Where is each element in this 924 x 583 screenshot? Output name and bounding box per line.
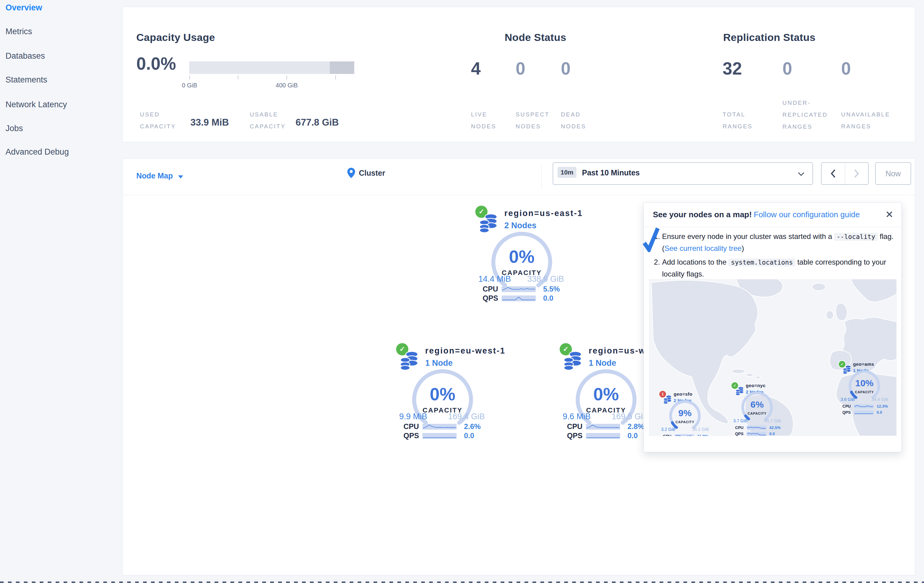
database-stack-icon — [563, 351, 582, 370]
cpu-label: CPU — [403, 422, 422, 431]
cpu-sparkline — [422, 424, 457, 430]
sidebar-item-network-latency[interactable]: Network Latency — [5, 100, 67, 109]
stat-value: 4 — [471, 58, 481, 79]
now-button[interactable]: Now — [875, 162, 911, 185]
stat-label: LIVENODES — [471, 109, 497, 132]
cluster-summary-card: Capacity Usage 0.0% 0 GiB 400 GiB USEDCA… — [122, 7, 915, 142]
locality-tree-link[interactable]: See current locality tree — [665, 244, 741, 252]
cpu-row: CPU42.5% — [735, 425, 780, 430]
time-forward-button[interactable] — [845, 163, 868, 184]
stat-label: TOTALRANGES — [723, 109, 752, 132]
sidebar-item-databases[interactable]: Databases — [5, 51, 45, 61]
bar-tick — [189, 76, 190, 79]
code-span: --locality — [834, 233, 878, 241]
used-value: 3.7 GiB — [733, 418, 747, 423]
stat-label: UNAVAILABLERANGES — [841, 109, 890, 132]
capacity-used-total: 3.7 GiB65.7 GiB — [733, 418, 781, 423]
capacity-usage-bar — [189, 61, 354, 74]
cpu-value: 2.6% — [464, 422, 481, 431]
capacity-caption: CAPACITY — [669, 420, 701, 424]
used-value: 9.9 MiB — [399, 412, 427, 422]
qps-sparkline — [586, 433, 620, 439]
cpu-sparkline — [854, 404, 874, 408]
config-step-1: Ensure every node in your cluster was st… — [662, 231, 894, 254]
qps-label: QPS — [567, 431, 586, 440]
capacity-caption: CAPACITY — [741, 412, 773, 415]
used-capacity-value: 33.9 MiB — [190, 117, 229, 128]
node-count-link[interactable]: 2 Nodes — [504, 221, 536, 231]
chevron-left-icon — [830, 169, 836, 178]
node-group-title: geo=ams — [853, 361, 874, 367]
node-group-title: region=us-east-1 — [504, 209, 583, 218]
used-capacity-label: USEDCAPACITY — [140, 109, 176, 132]
bar-tick-label: 400 GiB — [276, 82, 298, 89]
usable-capacity-value: 677.8 GiB — [295, 117, 339, 128]
chevron-right-icon — [853, 169, 860, 178]
total-value: 35.1 GiB — [692, 427, 709, 432]
qps-row: QPS0.0 — [735, 431, 775, 436]
stat-label: SUSPECTNODES — [516, 109, 549, 132]
qps-row: QPS0.0 — [483, 295, 553, 301]
view-selector-dropdown[interactable]: Node Map — [136, 171, 183, 180]
qps-row: QPS0.0 — [567, 432, 638, 439]
time-back-button[interactable] — [822, 163, 845, 184]
cpu-value: 2.8% — [627, 422, 644, 431]
breadcrumb[interactable]: Cluster — [347, 168, 385, 178]
node-status-title: Node Status — [505, 31, 566, 43]
node-group-us-east-1: ✓region=us-east-12 Nodes0%CAPACITY14.4 M… — [475, 206, 570, 306]
time-range-dropdown[interactable]: 10m Past 10 Minutes — [553, 162, 813, 185]
node-count-link[interactable]: 1 Node — [589, 358, 616, 368]
tooltip-title: See your nodes on a map! — [653, 210, 752, 219]
capacity-percent: 6% — [741, 399, 773, 410]
capacity-used-total: 9.9 MiB169.4 GiB — [399, 412, 485, 422]
cpu-value: 11.0% — [697, 434, 708, 436]
used-value: 14.4 MiB — [478, 274, 511, 284]
sidebar-item-metrics[interactable]: Metrics — [5, 27, 32, 36]
stat-label: UNDER-REPLICATEDRANGES — [782, 97, 828, 133]
node-group-title: region=eu-west-1 — [425, 346, 506, 356]
configuration-guide-link[interactable]: Follow our configuration guide — [754, 210, 860, 219]
cpu-label: CPU — [735, 425, 747, 430]
sidebar-item-advanced-debug[interactable]: Advanced Debug — [5, 147, 69, 157]
capacity-usage-percent: 0.0% — [136, 53, 176, 74]
used-value: 9.6 MiB — [563, 412, 591, 422]
qps-value: 0.0 — [464, 431, 474, 440]
node-count-link[interactable]: 1 Node — [425, 358, 453, 368]
total-value: 169.5 GiB — [612, 412, 648, 422]
qps-value: 0.0 — [769, 431, 775, 436]
sidebar-item-jobs[interactable]: Jobs — [5, 124, 23, 133]
node-group-nyc: ✓geo=nyc2 Nodes6%CAPACITY3.7 GiB65.7 GiB… — [731, 382, 784, 436]
cpu-label: CPU — [663, 434, 675, 436]
sidebar-item-overview[interactable]: Overview — [5, 3, 42, 13]
qps-sparkline — [747, 432, 766, 436]
sidebar-item-statements[interactable]: Statements — [5, 75, 47, 85]
view-selector-label: Node Map — [136, 171, 173, 180]
node-group-title: geo=sfo — [674, 392, 692, 397]
cpu-label: CPU — [842, 404, 854, 408]
cpu-row: CPU11.0% — [663, 434, 708, 436]
capacity-usage-title: Capacity Usage — [136, 31, 215, 43]
cpu-sparkline — [502, 286, 536, 292]
close-icon[interactable]: ✕ — [885, 209, 893, 220]
cpu-sparkline — [586, 424, 620, 430]
used-value: 3.2 GiB — [661, 427, 675, 432]
qps-label: QPS — [842, 410, 854, 415]
bar-tick — [335, 76, 336, 79]
capacity-used-total: 14.4 MiB338.9 GiB — [478, 274, 564, 284]
world-map: 1geo=sfo2 Nodes9%CAPACITY3.2 GiB35.1 GiB… — [649, 279, 897, 436]
total-value: 169.4 GiB — [448, 412, 485, 422]
configuration-steps: Ensure every node in your cluster was st… — [653, 231, 894, 282]
cpu-row: CPU2.8% — [567, 423, 644, 430]
capacity-used-total: 3.6 GiB34.4 GiB — [841, 397, 888, 402]
capacity-caption: CAPACITY — [848, 390, 880, 394]
qps-label: QPS — [483, 294, 502, 303]
qps-sparkline — [502, 295, 536, 301]
qps-row: QPS0.0 — [403, 432, 474, 439]
qps-value: 0.0 — [627, 431, 638, 440]
node-group-title: geo=nyc — [746, 383, 766, 388]
stat-value: 0 — [561, 58, 571, 79]
qps-sparkline — [854, 410, 874, 415]
replication-status-title: Replication Status — [723, 31, 815, 43]
tooltip-header: See your nodes on a map! Follow our conf… — [644, 203, 901, 227]
stat-value: 0 — [782, 58, 792, 79]
